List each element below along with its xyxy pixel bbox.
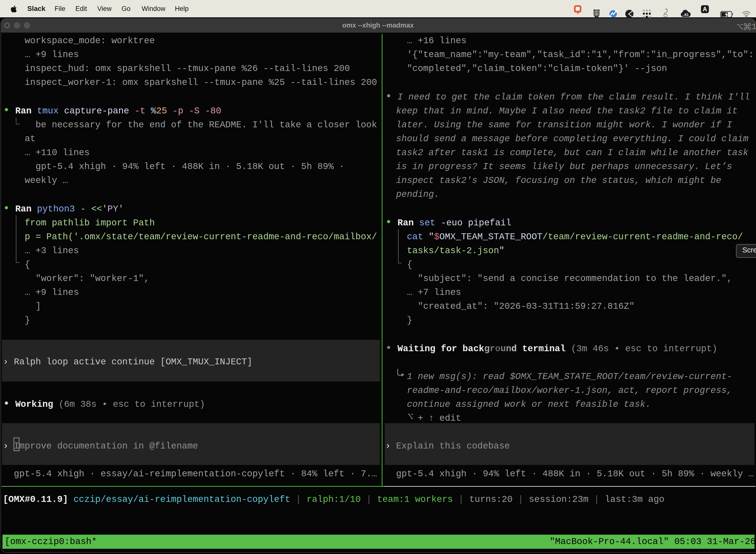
svg-text:..61: ..61: [682, 12, 689, 17]
